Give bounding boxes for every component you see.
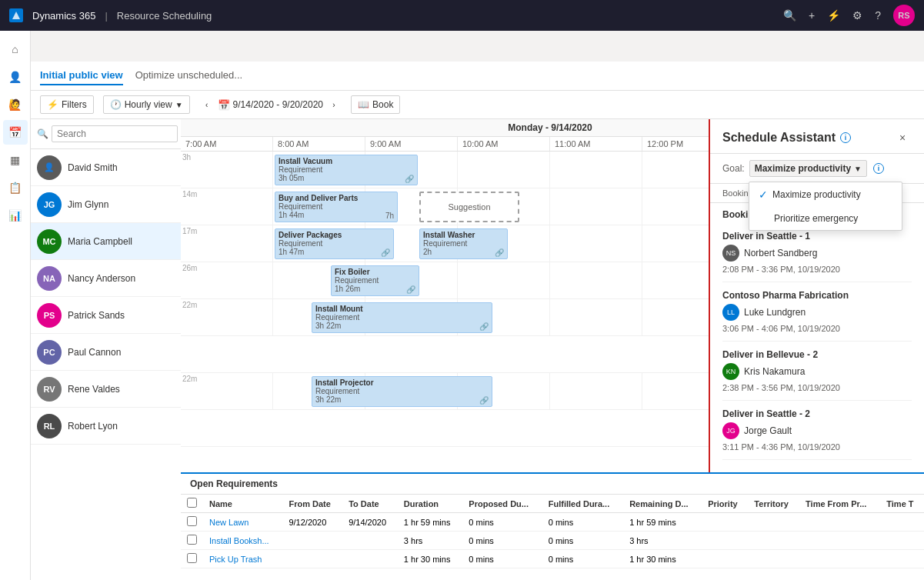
hourly-view-button[interactable]: 🕐 Hourly view ▼ bbox=[103, 95, 190, 114]
booking-fix-boiler[interactable]: Fix Boiler Requirement 1h 26m 🔗 bbox=[331, 265, 419, 296]
suggestion-block[interactable]: Suggestion bbox=[419, 192, 519, 222]
resource-item-robert-lyon[interactable]: RL Robert Lyon bbox=[31, 408, 181, 445]
req-timet-0 bbox=[880, 513, 924, 532]
row-cells-na: 26m 14m bbox=[181, 262, 709, 298]
cell-na-1100 bbox=[550, 262, 642, 299]
booking-install-projector[interactable]: Install Projector Requirement 3h 22m 🔗 bbox=[312, 376, 492, 407]
resource-name-david-smith: David Smith bbox=[68, 162, 118, 173]
sa-option-maximize-label: Maximize productivity bbox=[772, 189, 861, 200]
sa-goal-select[interactable]: Maximize productivity ▼ bbox=[749, 160, 867, 177]
col-to-date[interactable]: To Date bbox=[342, 495, 398, 513]
cell-ds-1100 bbox=[550, 152, 642, 188]
req-checkbox-2[interactable] bbox=[187, 553, 197, 563]
sa-goal-row: Goal: Maximize productivity ▼ i ✓ Maximi bbox=[710, 154, 924, 184]
sidebar-people-icon[interactable]: 👤 bbox=[3, 65, 28, 89]
req-name-link-2[interactable]: Pick Up Trash bbox=[209, 555, 262, 564]
col-from-date[interactable]: From Date bbox=[282, 495, 342, 513]
filters-button[interactable]: ⚡ Filters bbox=[40, 95, 94, 114]
book-button[interactable]: 📖 Book bbox=[351, 95, 400, 114]
cell-ps-1100 bbox=[550, 299, 642, 336]
req-row-checkbox-2 bbox=[181, 550, 203, 568]
help-icon[interactable]: ? bbox=[875, 9, 881, 22]
resource-item-david-smith[interactable]: 👤 David Smith bbox=[31, 149, 181, 186]
sa-booking-3: Deliver in Seattle - 2 JG Jorge Gault 3:… bbox=[722, 401, 912, 460]
resource-item-jim-glynn[interactable]: JG Jim Glynn bbox=[31, 186, 181, 223]
col-fulfilled-dur[interactable]: Fulfilled Dura... bbox=[542, 495, 623, 513]
search-input[interactable] bbox=[52, 125, 178, 142]
date-next-button[interactable]: › bbox=[326, 97, 342, 112]
sa-booking-0-name: Norbert Sandberg bbox=[744, 248, 817, 258]
booking-install-mount[interactable]: Install Mount Requirement 3h 22m 🔗 bbox=[312, 302, 492, 333]
sidebar-home-icon[interactable]: ⌂ bbox=[3, 37, 28, 62]
search-icon[interactable]: 🔍 bbox=[783, 9, 796, 22]
sidebar-chart-icon[interactable]: 📊 bbox=[3, 203, 28, 228]
sa-option-maximize[interactable]: ✓ Maximize productivity bbox=[749, 182, 902, 207]
check-icon: ✓ bbox=[759, 188, 768, 201]
col-territory[interactable]: Territory bbox=[748, 495, 799, 513]
col-name[interactable]: Name bbox=[203, 495, 282, 513]
req-name-2: Pick Up Trash bbox=[203, 550, 282, 568]
hour-1100: 11:00 AM bbox=[550, 137, 642, 151]
resource-name-rene-valdes: Rene Valdes bbox=[68, 384, 120, 395]
req-name-link-1[interactable]: Install Booksh... bbox=[209, 536, 269, 545]
req-timet-1 bbox=[880, 532, 924, 550]
user-icon[interactable]: RS bbox=[893, 5, 915, 26]
req-to-0: 9/14/2020 bbox=[342, 513, 398, 532]
add-icon[interactable]: + bbox=[809, 9, 815, 22]
req-row-checkbox-1 bbox=[181, 532, 203, 550]
resource-item-patrick-sands[interactable]: PS Patrick Sands bbox=[31, 297, 181, 334]
sa-goal-info-icon[interactable]: i bbox=[873, 163, 884, 174]
col-time-t[interactable]: Time T bbox=[880, 495, 924, 513]
resource-item-rene-valdes[interactable]: RV Rene Valdes bbox=[31, 371, 181, 408]
view-tabs: Initial public view Optimize unscheduled… bbox=[31, 62, 924, 91]
req-timefrom-0 bbox=[799, 513, 880, 532]
sa-option-prioritize[interactable]: Prioritize emergency bbox=[749, 207, 902, 230]
req-remaining-1: 3 hrs bbox=[623, 532, 702, 550]
sa-booking-1-person: LL Luke Lundgren bbox=[722, 304, 912, 321]
req-name-link-0[interactable]: New Lawn bbox=[209, 518, 249, 527]
app-name: Resource Scheduling bbox=[117, 10, 212, 22]
col-duration[interactable]: Duration bbox=[398, 495, 463, 513]
req-tab-label[interactable]: Open Requirements bbox=[181, 474, 924, 495]
resource-item-nancy-anderson[interactable]: NA Nancy Anderson bbox=[31, 260, 181, 297]
cell-rv-1200 bbox=[642, 373, 709, 410]
req-priority-1 bbox=[702, 532, 748, 550]
sidebar-grid-icon[interactable]: ▦ bbox=[3, 148, 28, 172]
resource-name-robert-lyon: Robert Lyon bbox=[68, 421, 118, 432]
select-all-checkbox[interactable] bbox=[187, 498, 197, 508]
sa-goal-dropdown: ✓ Maximize productivity Prioritize emerg… bbox=[749, 182, 902, 231]
sidebar-person-icon[interactable]: 🙋 bbox=[3, 92, 28, 117]
sa-goal-label: Goal: bbox=[722, 163, 745, 174]
sa-booking-0-avatar: NS bbox=[722, 245, 739, 262]
req-checkbox-1[interactable] bbox=[187, 535, 197, 545]
sidebar-calendar-icon[interactable]: 📅 bbox=[3, 120, 28, 145]
req-row-checkbox bbox=[181, 513, 203, 532]
hour-900: 9:00 AM bbox=[365, 137, 458, 151]
booking-install-vacuum[interactable]: Install Vacuum Requirement 3h 05m 🔗 bbox=[275, 155, 418, 185]
timeline-scroll-area[interactable]: Monday - 9/14/2020 7:00 AM 8:00 AM 9:00 … bbox=[181, 119, 709, 472]
filter-icon[interactable]: ⚡ bbox=[827, 9, 840, 22]
resource-item-paul-cannon[interactable]: PC Paul Cannon bbox=[31, 334, 181, 371]
day-header: Monday - 9/14/2020 bbox=[181, 119, 709, 137]
booking-buy-deliver[interactable]: Buy and Deliver Parts Requirement 1h 44m… bbox=[275, 192, 398, 222]
req-dur-1: 3 hrs bbox=[398, 532, 463, 550]
sidebar-schedule-icon[interactable]: 📋 bbox=[3, 175, 28, 200]
cell-ds-700: 3h bbox=[181, 152, 273, 188]
left-sidebar: ⌂ 👤 🙋 📅 ▦ 📋 📊 bbox=[0, 31, 31, 580]
col-remaining-dur[interactable]: Remaining D... bbox=[623, 495, 702, 513]
tab-optimize-unscheduled[interactable]: Optimize unscheduled... bbox=[135, 66, 242, 85]
req-checkbox-0[interactable] bbox=[187, 516, 197, 526]
date-prev-button[interactable]: ‹ bbox=[199, 97, 215, 112]
settings-icon[interactable]: ⚙ bbox=[852, 9, 862, 22]
timeline-row-paul-cannon bbox=[181, 336, 709, 373]
req-territory-0 bbox=[748, 513, 799, 532]
col-proposed-dur[interactable]: Proposed Du... bbox=[462, 495, 542, 513]
booking-install-washer[interactable]: Install Washer Requirement 2h 🔗 bbox=[419, 228, 508, 259]
sa-info-icon[interactable]: i bbox=[840, 132, 851, 143]
resource-item-maria-campbell[interactable]: MC Maria Campbell bbox=[31, 223, 181, 260]
booking-deliver-packages[interactable]: Deliver Packages Requirement 1h 47m 🔗 bbox=[275, 228, 394, 259]
sa-close-button[interactable]: × bbox=[893, 128, 912, 147]
tab-initial-public-view[interactable]: Initial public view bbox=[40, 66, 123, 85]
col-priority[interactable]: Priority bbox=[702, 495, 748, 513]
col-time-from-pr[interactable]: Time From Pr... bbox=[799, 495, 880, 513]
